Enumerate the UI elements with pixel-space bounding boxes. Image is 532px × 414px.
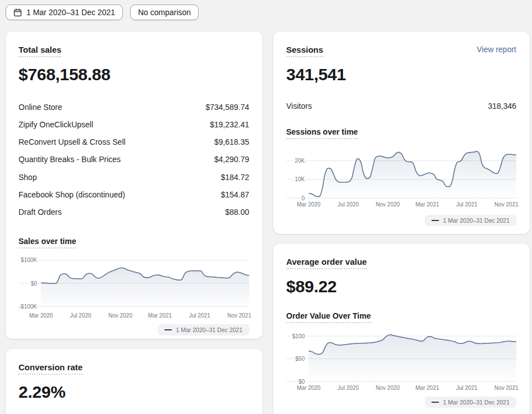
sales-over-time-title[interactable]: Sales over time xyxy=(19,237,76,249)
list-item: Zipify OneClickUpsell $19,232.41 xyxy=(19,116,249,133)
svg-text:Mar 2020: Mar 2020 xyxy=(297,385,321,391)
conversion-rate-value: 2.29% xyxy=(19,382,249,402)
svg-text:Nov 2020: Nov 2020 xyxy=(108,312,132,319)
svg-text:$100: $100 xyxy=(292,333,305,339)
svg-text:Jul 2021: Jul 2021 xyxy=(189,312,210,319)
svg-text:$100K: $100K xyxy=(21,257,37,263)
legend-label: 1 Mar 2020–31 Dec 2021 xyxy=(443,217,510,224)
legend-label: 1 Mar 2020–31 Dec 2021 xyxy=(443,399,510,406)
list-item: Online Store $734,589.74 xyxy=(19,98,249,116)
list-item: Visitors 318,346 xyxy=(286,99,516,113)
channel-value: $734,589.74 xyxy=(205,103,249,112)
order-value-over-time-title[interactable]: Order Value Over Time xyxy=(286,311,371,323)
list-item: Shop $184.72 xyxy=(19,168,249,186)
channel-value: $9,618.35 xyxy=(214,137,249,146)
comparison-button[interactable]: No comparison xyxy=(130,4,199,20)
chart-legend: 1 Mar 2020–31 Dec 2021 xyxy=(286,215,516,226)
channel-label: Draft Orders xyxy=(19,208,62,217)
chart-legend: 1 Mar 2020–31 Dec 2021 xyxy=(19,324,249,335)
list-item: Facebook Shop (discontinued) $154.87 xyxy=(19,186,249,203)
channel-label: Quantity Breaks - Bulk Prices xyxy=(19,155,121,164)
legend-label: 1 Mar 2020–31 Dec 2021 xyxy=(176,326,243,333)
conversion-rate-title[interactable]: Conversion rate xyxy=(19,362,82,375)
sales-channel-list: Online Store $734,589.74 Zipify OneClick… xyxy=(19,98,249,221)
svg-text:10K: 10K xyxy=(295,176,305,182)
svg-text:0: 0 xyxy=(301,195,305,201)
svg-text:Mar 2020: Mar 2020 xyxy=(29,312,53,319)
svg-text:Jul 2021: Jul 2021 xyxy=(456,201,478,208)
svg-text:Nov 2021: Nov 2021 xyxy=(494,201,519,208)
svg-text:Nov 2020: Nov 2020 xyxy=(376,201,400,208)
svg-text:20K: 20K xyxy=(295,158,305,164)
channel-label: Facebook Shop (discontinued) xyxy=(19,190,125,199)
conversion-rate-card: Conversion rate 2.29% xyxy=(6,349,263,414)
channel-label: Shop xyxy=(19,173,37,182)
total-sales-value: $768,158.88 xyxy=(19,65,249,85)
comparison-label: No comparison xyxy=(138,8,191,17)
aov-value: $89.22 xyxy=(286,277,516,297)
date-range-button[interactable]: 1 Mar 2020–31 Dec 2021 xyxy=(6,4,123,20)
visitors-value: 318,346 xyxy=(488,102,516,111)
visitors-label: Visitors xyxy=(286,102,312,111)
sessions-card: Sessions View report 341,541 Visitors 31… xyxy=(273,31,530,234)
svg-text:-$100K: -$100K xyxy=(19,303,38,309)
svg-text:Mar 2020: Mar 2020 xyxy=(297,201,321,208)
sessions-value: 341,541 xyxy=(286,65,516,85)
channel-value: $4,290.79 xyxy=(214,155,249,164)
list-item: Quantity Breaks - Bulk Prices $4,290.79 xyxy=(19,151,249,168)
svg-text:$0: $0 xyxy=(31,280,38,286)
total-sales-title[interactable]: Total sales xyxy=(19,45,61,57)
date-range-label: 1 Mar 2020–31 Dec 2021 xyxy=(26,8,115,17)
average-order-value-card: Average order value $89.22 Order Value O… xyxy=(273,243,530,414)
legend-line-swatch xyxy=(432,220,439,221)
svg-text:Jul 2020: Jul 2020 xyxy=(338,201,359,208)
svg-text:Nov 2021: Nov 2021 xyxy=(227,312,251,319)
list-item: ReConvert Upsell & Cross Sell $9,618.35 xyxy=(19,134,249,151)
chart-legend: 1 Mar 2020–31 Dec 2021 xyxy=(286,397,516,408)
sessions-breakdown-list: Visitors 318,346 xyxy=(286,99,516,113)
channel-value: $19,232.41 xyxy=(210,120,249,129)
svg-text:$50: $50 xyxy=(295,356,305,362)
channel-value: $154.87 xyxy=(221,190,249,199)
legend-line-swatch xyxy=(432,402,439,403)
channel-value: $184.72 xyxy=(221,173,249,182)
sessions-over-time-chart: 20K10K0Mar 2020Jul 2020Nov 2020Mar 2021J… xyxy=(286,145,516,211)
svg-text:Jul 2020: Jul 2020 xyxy=(338,385,359,391)
sessions-title[interactable]: Sessions xyxy=(286,45,323,57)
channel-label: Online Store xyxy=(19,103,62,112)
svg-text:$0: $0 xyxy=(299,378,305,384)
list-item: Draft Orders $88.00 xyxy=(19,204,249,221)
sessions-over-time-title[interactable]: Sessions over time xyxy=(286,127,358,139)
channel-label: Zipify OneClickUpsell xyxy=(19,120,93,129)
calendar-icon xyxy=(13,8,22,17)
channel-label: ReConvert Upsell & Cross Sell xyxy=(19,137,126,146)
svg-text:Mar 2021: Mar 2021 xyxy=(415,385,439,391)
sales-over-time-chart: $100K$0-$100KMar 2020Jul 2020Nov 2020Mar… xyxy=(19,255,249,320)
view-report-link[interactable]: View report xyxy=(476,45,516,54)
legend-line-swatch xyxy=(164,329,172,330)
toolbar: 1 Mar 2020–31 Dec 2021 No comparison xyxy=(6,4,199,20)
svg-text:Jul 2020: Jul 2020 xyxy=(70,312,91,319)
channel-value: $88.00 xyxy=(225,208,249,217)
aov-title[interactable]: Average order value xyxy=(286,257,367,269)
svg-text:Jul 2021: Jul 2021 xyxy=(456,385,478,391)
order-value-over-time-chart: $100$50$0Mar 2020Jul 2020Nov 2020Mar 202… xyxy=(286,330,516,393)
svg-text:Mar 2021: Mar 2021 xyxy=(148,312,172,319)
svg-text:Mar 2021: Mar 2021 xyxy=(415,201,439,208)
svg-text:Nov 2020: Nov 2020 xyxy=(376,385,400,391)
svg-text:Nov 2021: Nov 2021 xyxy=(494,385,519,391)
total-sales-card: Total sales $768,158.88 Online Store $73… xyxy=(6,31,263,339)
